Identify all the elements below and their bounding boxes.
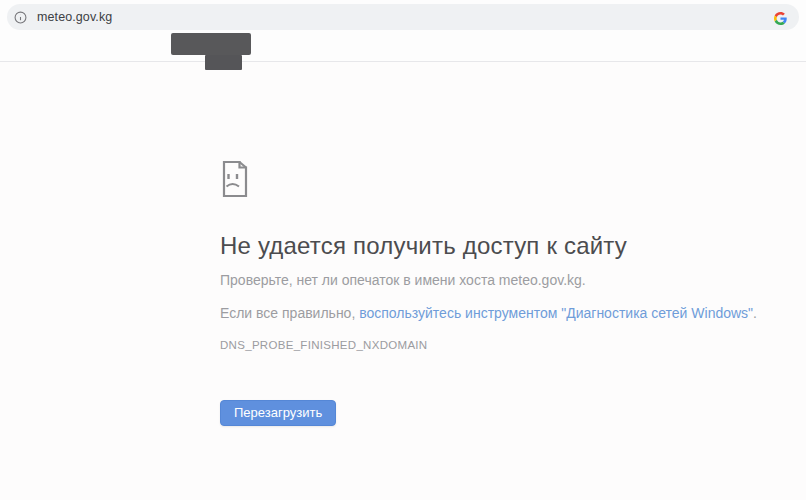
diagnostics-link[interactable]: воспользуйтесь инструментом "Диагностика…: [359, 305, 753, 321]
error-code: DNS_PROBE_FINISHED_NXDOMAIN: [220, 339, 740, 351]
diagnostic-prefix: Если все правильно,: [220, 305, 359, 321]
render-artifact-block: [171, 33, 251, 55]
url-text[interactable]: meteo.gov.kg: [37, 10, 774, 24]
google-g-icon[interactable]: [774, 11, 787, 24]
diagnostic-suffix: .: [753, 305, 757, 321]
render-artifact-block-small: [205, 55, 242, 70]
browser-toolbar: meteo.gov.kg: [0, 0, 806, 62]
address-bar[interactable]: meteo.gov.kg: [7, 4, 799, 30]
site-info-icon[interactable]: [14, 11, 27, 24]
sad-page-icon: [220, 159, 250, 203]
reload-button[interactable]: Перезагрузить: [220, 400, 336, 426]
error-diagnostic-line: Если все правильно, воспользуйтесь инстр…: [220, 305, 740, 321]
error-title: Не удается получить доступ к сайту: [220, 232, 740, 260]
error-suggestion: Проверьте, нет ли опечаток в имени хоста…: [220, 272, 740, 288]
